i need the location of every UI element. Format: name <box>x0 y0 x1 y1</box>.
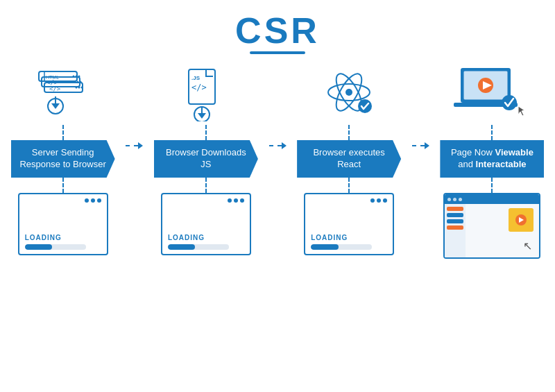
main-title: CSR <box>235 12 320 49</box>
step1-arrow-down2 <box>62 178 64 193</box>
h-arrow-1-line <box>126 145 138 146</box>
browser-sidebar <box>445 204 466 257</box>
svg-marker-17 <box>51 103 60 109</box>
step2-banner-text: Browser Downloads JS <box>162 147 250 171</box>
step2-box-content: LOADING <box>168 205 244 250</box>
step4-banner-text: Page Now Viewable and Interactable <box>448 147 536 171</box>
sidebar-line4 <box>447 225 463 230</box>
svg-point-12 <box>78 87 80 89</box>
browser-content: ↖ <box>445 204 539 257</box>
step1-icon-area: HTML </> </> <box>22 62 105 125</box>
step2-box-dots <box>168 198 244 203</box>
step2-arrow-down2 <box>205 178 207 193</box>
step1-arrow-down <box>62 125 64 140</box>
dot1 <box>370 198 375 203</box>
step2-arrow-down <box>205 125 207 140</box>
browser-bar <box>445 194 539 204</box>
dot2 <box>234 198 238 203</box>
step3-arrow-down2 <box>348 178 350 193</box>
svg-point-6 <box>75 76 77 78</box>
sidebar-line1 <box>447 207 463 211</box>
svg-point-28 <box>345 89 352 96</box>
step3-banner-text: Browser executes React <box>305 147 393 171</box>
browser-play-btn <box>515 214 527 225</box>
svg-point-10 <box>79 81 81 83</box>
step2-loading-box: LOADING <box>161 193 251 255</box>
step3-icon-area <box>307 62 391 125</box>
step4-interactable: Interactable <box>476 159 527 169</box>
svg-point-13 <box>80 87 83 89</box>
dot3 <box>383 198 387 203</box>
flow-container: HTML </> </> <box>0 62 555 259</box>
h-arrow-2-head <box>282 142 287 149</box>
step1-loading-bar-bg <box>25 244 86 250</box>
browser-cursor-icon: ↖ <box>523 241 532 252</box>
svg-text:</>: </> <box>191 83 207 92</box>
step4-browser-box: ↖ <box>443 193 540 259</box>
svg-point-9 <box>76 81 78 83</box>
dot1 <box>85 198 89 203</box>
step3-banner: Browser executes React <box>297 140 401 178</box>
svg-point-8 <box>74 81 76 83</box>
step3-arrow-down <box>348 125 350 140</box>
laptop-icon <box>450 65 533 123</box>
step3-loading-box: LOADING <box>304 193 394 255</box>
step2-loading-bar-fill <box>168 244 196 250</box>
step-2: .JS </> Browser Downloads JS LOADING <box>143 62 268 255</box>
h-arrow-2-line <box>269 145 282 146</box>
step2-banner: Browser Downloads JS <box>154 140 258 178</box>
step1-banner-text: Server Sending Response to Browser <box>19 147 107 171</box>
step4-viewable: Viewable <box>495 147 533 157</box>
step4-banner: Page Now Viewable and Interactable <box>440 140 544 178</box>
step2-loading-label: LOADING <box>168 234 205 241</box>
title-underline <box>250 51 305 54</box>
h-arrow-3-line <box>412 145 425 146</box>
svg-point-37 <box>502 95 517 110</box>
dot3 <box>240 198 244 203</box>
step1-loading-label: LOADING <box>25 234 62 241</box>
svg-text:</>: </> <box>49 85 61 92</box>
step2-loading-bar-bg <box>168 244 229 250</box>
step3-loading-label: LOADING <box>311 234 348 241</box>
browser-dot1 <box>447 198 451 201</box>
step-4: Page Now Viewable and Interactable <box>429 62 555 259</box>
step1-box-content: LOADING <box>25 205 101 250</box>
dot2 <box>91 198 95 203</box>
step4-icon-area <box>450 62 533 125</box>
dot1 <box>228 198 232 203</box>
svg-marker-23 <box>198 113 206 119</box>
step2-icon-area: .JS </> <box>164 62 248 125</box>
step4-arrow-down <box>491 125 493 140</box>
step1-loading-box: LOADING <box>18 193 108 255</box>
h-arrow-3-head <box>425 142 429 149</box>
html-server-icon: HTML </> </> <box>32 66 94 121</box>
browser-dot2 <box>453 198 456 201</box>
step1-box-dots <box>25 198 101 203</box>
step4-arrow-down2 <box>491 178 493 193</box>
dot2 <box>377 198 381 203</box>
browser-play-triangle <box>519 217 524 223</box>
sidebar-line3 <box>447 219 463 223</box>
react-atom-icon <box>318 66 380 121</box>
svg-point-7 <box>78 76 80 78</box>
svg-point-11 <box>75 87 77 89</box>
step3-loading-bar-fill <box>311 244 339 250</box>
sidebar-line2 <box>447 213 463 217</box>
browser-main: ↖ <box>466 204 539 257</box>
svg-text:.JS: .JS <box>191 75 200 81</box>
svg-marker-38 <box>518 106 524 116</box>
step1-banner: Server Sending Response to Browser <box>11 140 115 178</box>
step3-box-dots <box>311 198 387 203</box>
step1-loading-bar-fill <box>25 244 53 250</box>
h-arrow-1-head <box>138 142 143 149</box>
step-3: Browser executes React LOADING <box>287 62 412 255</box>
step3-box-content: LOADING <box>311 205 387 250</box>
step-1: HTML </> </> <box>0 62 126 255</box>
h-arrow-1 <box>126 142 143 149</box>
js-file-icon: .JS </> <box>175 66 237 121</box>
h-arrow-3 <box>412 142 429 149</box>
browser-dot3 <box>459 198 462 201</box>
browser-thumbnail <box>509 208 533 232</box>
dot3 <box>97 198 101 203</box>
title-section: CSR <box>235 12 320 54</box>
